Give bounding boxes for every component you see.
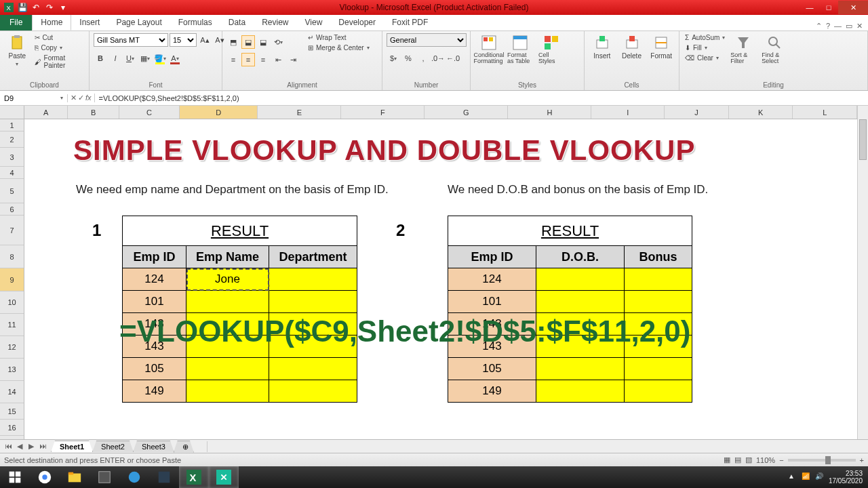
window-min-icon[interactable]: — xyxy=(834,22,842,30)
cell[interactable] xyxy=(186,358,269,380)
increase-indent-button[interactable]: ⇥ xyxy=(286,53,300,66)
cell[interactable]: Jone xyxy=(186,268,269,291)
cell-empid[interactable]: 149 xyxy=(448,380,536,403)
align-left-button[interactable]: ≡ xyxy=(226,53,240,66)
col-header-C[interactable]: C xyxy=(119,106,180,119)
cell[interactable] xyxy=(269,268,357,291)
tray-volume-icon[interactable]: 🔊 xyxy=(815,472,825,482)
minimize-ribbon-icon[interactable]: ⌃ xyxy=(816,22,822,30)
col-header-F[interactable]: F xyxy=(341,106,425,119)
fx-icon[interactable]: fx xyxy=(85,94,92,102)
zoom-out-button[interactable]: − xyxy=(779,456,783,464)
cell[interactable] xyxy=(269,291,357,313)
task-excel[interactable]: X xyxy=(179,466,209,488)
excel-icon[interactable]: X xyxy=(3,1,15,14)
align-bottom-button[interactable]: ⬓ xyxy=(256,35,270,49)
cell[interactable] xyxy=(269,380,357,403)
undo-icon[interactable]: ↶ xyxy=(30,1,42,14)
cell[interactable] xyxy=(625,358,692,380)
format-painter-button[interactable]: 🖌Format Painter xyxy=(33,54,85,70)
tab-formulas[interactable]: Formulas xyxy=(170,14,220,30)
minimize-button[interactable]: — xyxy=(800,1,819,14)
align-middle-button[interactable]: ⬓ xyxy=(241,35,255,49)
select-all-corner[interactable] xyxy=(0,106,24,119)
col-header-I[interactable]: I xyxy=(591,106,665,119)
formula-input[interactable]: =VLOOKUP($C9,Sheet2!$D$5:$F$11,2,0) xyxy=(95,94,868,102)
task-app-1[interactable] xyxy=(90,466,119,488)
zoom-level[interactable]: 110% xyxy=(756,456,775,464)
cell-empid[interactable]: 124 xyxy=(448,268,536,291)
underline-button[interactable]: U▾ xyxy=(123,52,137,65)
tab-insert[interactable]: Insert xyxy=(71,14,108,30)
row-header-12[interactable]: 12 xyxy=(0,336,24,359)
col-header-L[interactable]: L xyxy=(793,106,857,119)
row-header-1[interactable]: 1 xyxy=(0,119,24,131)
view-pagebreak-icon[interactable]: ▧ xyxy=(745,455,752,464)
sheet-tab-sheet3[interactable]: Sheet3 xyxy=(133,441,174,452)
row-header-4[interactable]: 4 xyxy=(0,167,24,179)
sheet-nav-first[interactable]: ⏮ xyxy=(3,442,14,451)
save-icon[interactable]: 💾 xyxy=(16,1,28,14)
enter-formula-icon[interactable]: ✓ xyxy=(78,94,84,102)
sort-filter-button[interactable]: Sort & Filter xyxy=(729,33,757,66)
sheet-nav-last[interactable]: ⏭ xyxy=(37,442,48,451)
row-header-5[interactable]: 5 xyxy=(0,179,24,203)
col-header-D[interactable]: D xyxy=(180,106,258,119)
col-header-H[interactable]: H xyxy=(508,106,591,119)
task-app-4[interactable] xyxy=(209,466,239,488)
cancel-formula-icon[interactable]: ✕ xyxy=(71,94,77,102)
comma-button[interactable]: , xyxy=(416,52,430,65)
cell[interactable] xyxy=(625,380,692,403)
cell-empid[interactable]: 149 xyxy=(123,380,186,403)
row-header-6[interactable]: 6 xyxy=(0,203,24,216)
row-header-10[interactable]: 10 xyxy=(0,291,24,314)
merge-center-button[interactable]: ⊞Merge & Center▾ xyxy=(307,43,371,52)
cell-empid[interactable]: 124 xyxy=(123,268,186,291)
window-restore-icon[interactable]: ▭ xyxy=(846,22,852,30)
vertical-scrollbar[interactable] xyxy=(857,106,868,439)
format-cells-button[interactable]: Format xyxy=(648,33,675,61)
tab-data[interactable]: Data xyxy=(220,14,254,30)
cell[interactable] xyxy=(269,358,357,380)
tray-icon[interactable]: ▲ xyxy=(788,472,797,482)
font-size-select[interactable]: 15 xyxy=(170,33,197,47)
tab-developer[interactable]: Developer xyxy=(330,14,384,30)
cell[interactable] xyxy=(625,268,692,291)
cell[interactable] xyxy=(186,380,269,403)
col-header-G[interactable]: G xyxy=(425,106,508,119)
cell[interactable] xyxy=(536,268,625,291)
col-header-K[interactable]: K xyxy=(729,106,793,119)
row-header-8[interactable]: 8 xyxy=(0,245,24,268)
align-right-button[interactable]: ≡ xyxy=(256,53,270,66)
delete-cells-button[interactable]: Delete xyxy=(618,33,646,61)
cell-empid[interactable]: 101 xyxy=(123,291,186,313)
sheet-nav-next[interactable]: ▶ xyxy=(26,442,37,451)
percent-button[interactable]: % xyxy=(401,52,415,65)
format-as-table-button[interactable]: Format as Table xyxy=(506,33,534,66)
cell[interactable] xyxy=(536,358,625,380)
task-app-3[interactable] xyxy=(149,466,179,488)
cell-styles-button[interactable]: Cell Styles xyxy=(537,33,566,66)
tab-view[interactable]: View xyxy=(297,14,331,30)
qat-more-icon[interactable]: ▾ xyxy=(57,1,69,14)
taskbar-clock[interactable]: 23:53 17/05/2020 xyxy=(829,470,863,485)
row-header-13[interactable]: 13 xyxy=(0,359,24,381)
tab-foxit-pdf[interactable]: Foxit PDF xyxy=(384,14,436,30)
new-sheet-button[interactable]: ⊕ xyxy=(174,441,194,453)
accounting-button[interactable]: $▾ xyxy=(387,52,400,65)
start-button[interactable] xyxy=(0,466,30,488)
view-normal-icon[interactable]: ▦ xyxy=(724,455,730,464)
help-icon[interactable]: ? xyxy=(826,22,830,30)
row-header-11[interactable]: 11 xyxy=(0,314,24,336)
border-button[interactable]: ▦▾ xyxy=(138,52,152,65)
italic-button[interactable]: I xyxy=(108,52,122,65)
col-header-J[interactable]: J xyxy=(665,106,729,119)
cell-empid[interactable]: 105 xyxy=(123,358,186,380)
task-chrome[interactable] xyxy=(30,466,60,488)
autosum-button[interactable]: ΣAutoSum▾ xyxy=(684,33,726,42)
task-explorer[interactable] xyxy=(60,466,90,488)
cell[interactable] xyxy=(186,291,269,313)
zoom-slider[interactable] xyxy=(788,459,856,462)
tab-page-layout[interactable]: Page Layout xyxy=(108,14,170,30)
cell[interactable] xyxy=(536,380,625,403)
